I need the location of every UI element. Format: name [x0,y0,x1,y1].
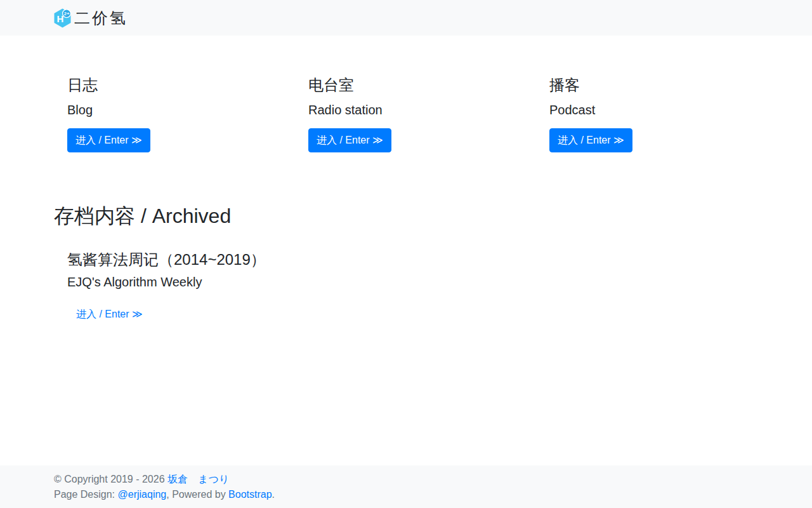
radio-enter-button[interactable]: 进入 / Enter ≫ [308,128,391,152]
brand-logo-icon: H 2+ [54,8,71,28]
section-radio-title-zh: 电台室 [308,76,517,95]
copyright-text: © Copyright 2019 - 2026 [54,474,167,485]
archived-heading: 存档内容 / Archived [54,204,758,228]
section-blog: 日志 Blog 进入 / Enter ≫ [44,76,285,152]
archived-item-title-zh: 氢酱算法周记（2014~2019） [67,251,758,269]
section-blog-title-en: Blog [67,102,276,117]
author-link[interactable]: 坂倉 まつり [167,474,229,485]
footer: © Copyright 2019 - 2026 坂倉 まつり Page Desi… [0,465,812,508]
navbar-container: H 2+ 二价氢 [44,8,768,28]
section-podcast-title-zh: 播客 [549,76,758,95]
podcast-enter-button[interactable]: 进入 / Enter ≫ [549,128,632,152]
portal-sections: 日志 Blog 进入 / Enter ≫ 电台室 Radio station 进… [44,76,768,152]
svg-text:2+: 2+ [64,11,70,17]
archived-item-algorithm-weekly: 氢酱算法周记（2014~2019） EJQ's Algorithm Weekly… [54,251,758,321]
bootstrap-link[interactable]: Bootstrap [228,489,272,500]
navbar: H 2+ 二价氢 [0,0,812,36]
archived-section: 存档内容 / Archived 氢酱算法周记（2014~2019） EJQ's … [54,204,758,321]
blog-enter-button[interactable]: 进入 / Enter ≫ [67,128,150,152]
section-podcast: 播客 Podcast 进入 / Enter ≫ [527,76,768,152]
section-podcast-title-en: Podcast [549,102,758,117]
main-content: 日志 Blog 进入 / Enter ≫ 电台室 Radio station 进… [44,76,768,321]
designer-link[interactable]: @erjiaqing [118,489,167,500]
powered-by-text: , Powered by [166,489,228,500]
footer-copyright-line: © Copyright 2019 - 2026 坂倉 まつり [54,472,758,487]
footer-container: © Copyright 2019 - 2026 坂倉 まつり Page Desi… [44,472,768,502]
archived-item-title-en: EJQ's Algorithm Weekly [67,274,758,290]
design-prefix-text: Page Design: [54,489,118,500]
section-radio-title-en: Radio station [308,102,517,117]
archived-enter-link[interactable]: 进入 / Enter ≫ [76,308,143,321]
section-radio-station: 电台室 Radio station 进入 / Enter ≫ [285,76,527,152]
section-blog-title-zh: 日志 [67,76,276,95]
brand-link[interactable]: H 2+ 二价氢 [54,8,128,28]
period-text: . [272,489,275,500]
brand-title: 二价氢 [74,10,128,26]
footer-credits-line: Page Design: @erjiaqing, Powered by Boot… [54,487,758,502]
